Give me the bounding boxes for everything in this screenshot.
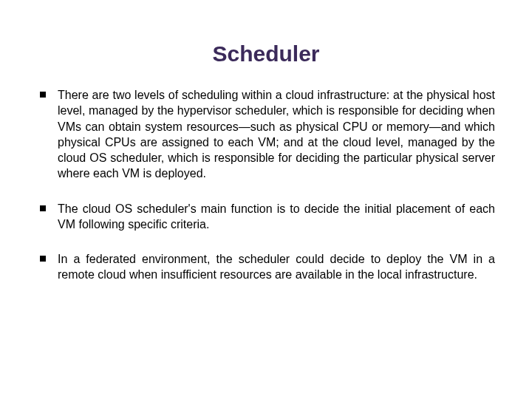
list-item: The cloud OS scheduler's main function i…	[37, 201, 495, 233]
list-item: There are two levels of scheduling withi…	[37, 87, 495, 182]
bullet-list: There are two levels of scheduling withi…	[37, 87, 495, 283]
slide-title: Scheduler	[37, 41, 495, 66]
list-item: In a federated environment, the schedule…	[37, 251, 495, 283]
slide: Scheduler There are two levels of schedu…	[0, 0, 532, 399]
